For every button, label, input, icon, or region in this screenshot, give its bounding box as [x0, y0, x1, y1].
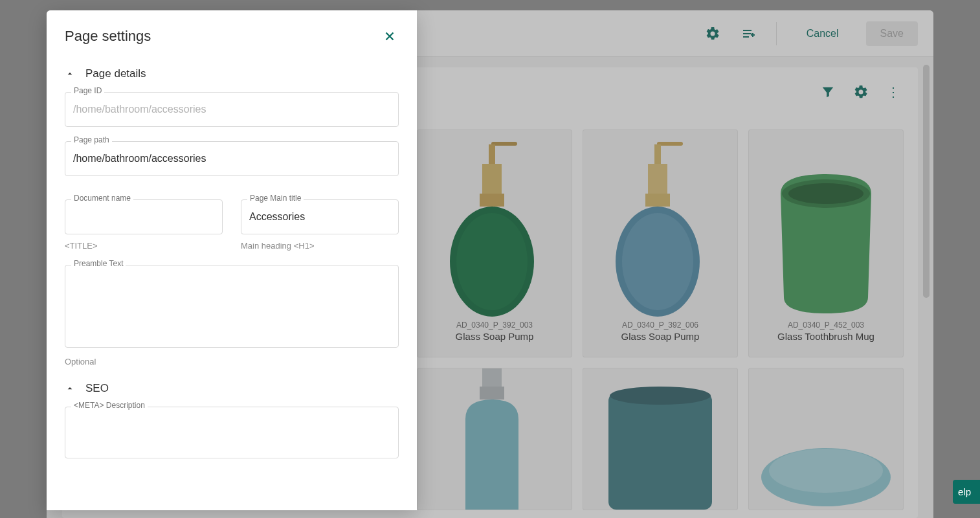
preamble-textarea[interactable]	[65, 265, 399, 348]
page-id-input	[65, 92, 399, 127]
page-path-input[interactable]	[65, 141, 399, 176]
section-title: Page details	[85, 67, 146, 80]
document-name-input[interactable]	[65, 199, 223, 234]
field-helper: <TITLE>	[65, 241, 223, 251]
chevron-up-icon	[65, 69, 75, 79]
main-title-input[interactable]	[241, 199, 399, 234]
section-seo-header[interactable]: SEO	[65, 382, 399, 395]
field-label: Preamble Text	[71, 259, 126, 268]
meta-description-textarea[interactable]	[65, 407, 399, 458]
main-title-field: Page Main title Main heading <H1>	[241, 199, 399, 251]
section-title: SEO	[85, 382, 109, 395]
meta-description-field: <META> Description	[65, 407, 399, 461]
help-button[interactable]: elp	[953, 480, 980, 504]
chevron-up-icon	[65, 383, 75, 394]
page-id-field: Page ID	[65, 92, 399, 127]
field-label: Document name	[71, 194, 133, 203]
page-settings-drawer: Page settings Page details Page ID Page …	[47, 10, 417, 510]
section-page-details-header[interactable]: Page details	[65, 67, 399, 80]
document-name-field: Document name <TITLE>	[65, 199, 223, 251]
field-label: Page Main title	[247, 194, 304, 203]
preamble-field: Preamble Text Optional	[65, 265, 399, 366]
field-helper: Optional	[65, 357, 399, 366]
field-helper: Main heading <H1>	[241, 241, 399, 251]
title-fields-row: Document name <TITLE> Page Main title Ma…	[65, 199, 399, 251]
field-label: <META> Description	[71, 401, 148, 410]
modal-body: Page details Page ID Page path Document …	[47, 57, 417, 510]
page-path-field: Page path	[65, 141, 399, 176]
field-label: Page ID	[71, 86, 104, 95]
field-label: Page path	[71, 135, 112, 144]
modal-title: Page settings	[65, 28, 151, 45]
modal-header: Page settings	[47, 10, 417, 57]
close-icon[interactable]	[381, 27, 399, 45]
